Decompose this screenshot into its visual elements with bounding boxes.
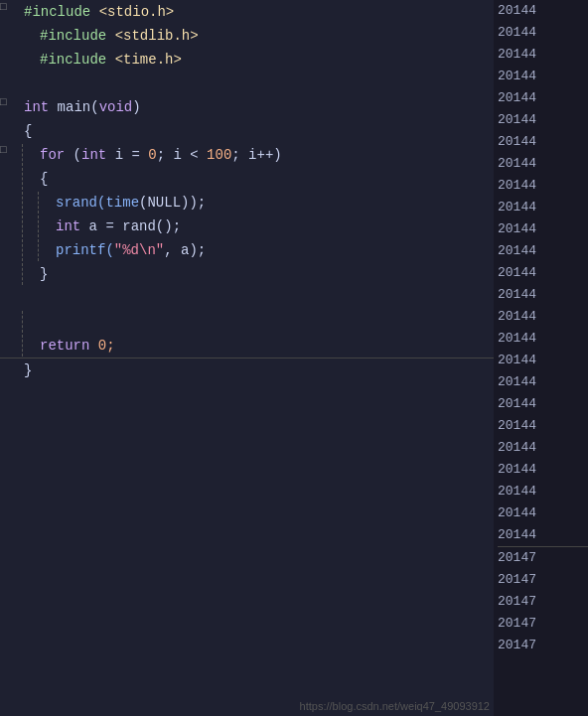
output-value: 20144 [498, 131, 588, 153]
code-content: return 0; [38, 335, 494, 357]
output-value: 20147 [498, 613, 588, 635]
code-content: #include <time.h> [38, 49, 494, 71]
code-content: srand(time(NULL)); [54, 192, 494, 214]
output-value: 20144 [498, 415, 588, 437]
output-value: 20144 [498, 371, 588, 393]
output-value: 20144 [498, 262, 588, 284]
output-value: 20144 [498, 437, 588, 459]
output-value: 20144 [498, 87, 588, 109]
output-value: 20147 [498, 591, 588, 613]
code-line: } [0, 262, 494, 286]
code-line: #include <time.h> [0, 48, 494, 72]
code-content: } [22, 359, 494, 381]
code-line: □int main(void) [0, 95, 494, 119]
code-line: { [0, 167, 494, 191]
code-content: for (int i = 0; i < 100; i++) [38, 144, 494, 166]
code-content: { [38, 168, 494, 190]
output-value: 20144 [498, 109, 588, 131]
fold-icon[interactable]: □ [0, 1, 22, 13]
output-value: 20144 [498, 502, 588, 524]
output-value: 20147 [498, 569, 588, 591]
code-content [38, 311, 494, 333]
fold-icon[interactable]: □ [0, 96, 22, 108]
code-line: int a = rand(); [0, 215, 494, 238]
output-value: 20144 [498, 0, 588, 22]
output-value: 20144 [498, 197, 588, 218]
code-content: int a = rand(); [54, 215, 494, 237]
code-content: { [22, 120, 494, 142]
code-line: { [0, 119, 494, 143]
output-value: 20144 [498, 328, 588, 350]
output-value: 20144 [498, 481, 588, 502]
output-value: 20144 [498, 240, 588, 262]
code-editor: □#include <stdio.h>#include <stdlib.h>#i… [0, 0, 494, 716]
code-content: printf("%d\n", a); [54, 239, 494, 261]
output-value: 20144 [498, 459, 588, 481]
code-line: printf("%d\n", a); [0, 238, 494, 262]
code-content [22, 287, 494, 309]
code-line: □#include <stdio.h> [0, 0, 494, 24]
output-value: 20144 [498, 306, 588, 328]
code-line [0, 286, 494, 310]
code-content: #include <stdlib.h> [38, 25, 494, 47]
output-value: 20144 [498, 284, 588, 306]
code-line: } [0, 358, 494, 382]
code-line: return 0; [0, 334, 494, 358]
output-value: 20144 [498, 524, 588, 546]
code-line [0, 310, 494, 334]
code-line: #include <stdlib.h> [0, 24, 494, 48]
output-value: 20144 [498, 66, 588, 87]
code-content [22, 72, 494, 94]
watermark: https://blog.csdn.net/weiq47_49093912 [300, 700, 490, 712]
code-line: □for (int i = 0; i < 100; i++) [0, 143, 494, 167]
output-panel: 2014420144201442014420144201442014420144… [494, 0, 588, 716]
output-value: 20144 [498, 393, 588, 415]
code-line: srand(time(NULL)); [0, 191, 494, 215]
code-content: int main(void) [22, 96, 494, 118]
code-content: #include <stdio.h> [22, 1, 494, 23]
fold-icon[interactable]: □ [0, 144, 22, 156]
output-value: 20144 [498, 22, 588, 44]
code-content: } [38, 263, 494, 285]
output-value: 20144 [498, 218, 588, 240]
output-value: 20144 [498, 350, 588, 371]
output-value: 20147 [498, 635, 588, 656]
output-value: 20144 [498, 175, 588, 197]
output-value: 20144 [498, 153, 588, 175]
code-line [0, 72, 494, 95]
output-value: 20144 [498, 44, 588, 66]
output-value: 20147 [498, 546, 588, 569]
